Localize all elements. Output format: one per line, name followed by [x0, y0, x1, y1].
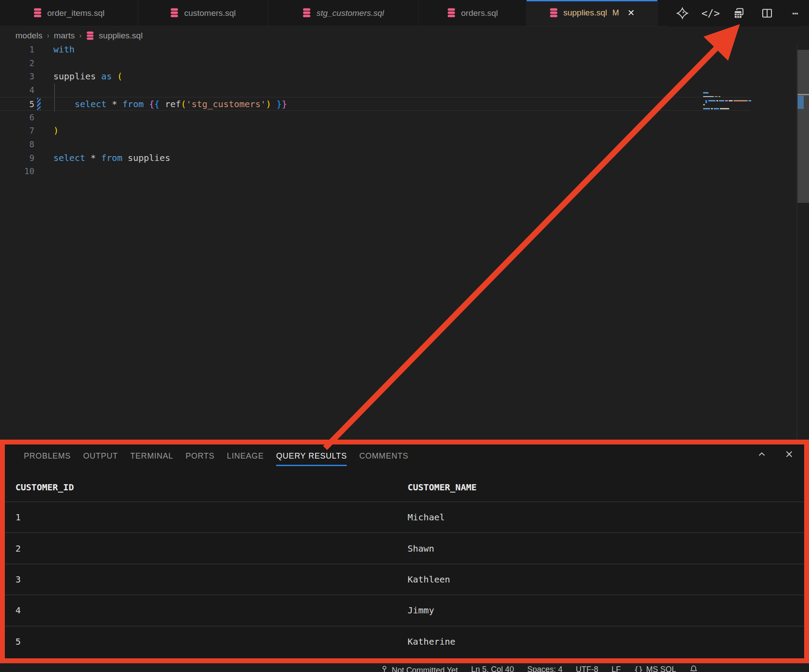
table-cell: 1	[5, 512, 408, 523]
code-line-6[interactable]: 6	[0, 111, 750, 124]
table-header-row: CUSTOMER_IDCUSTOMER_NAME	[5, 473, 804, 501]
line-number: 9	[0, 151, 34, 165]
close-panel-icon[interactable]	[783, 448, 796, 461]
line-number: 7	[0, 124, 34, 138]
table-cell: 2	[5, 543, 408, 554]
code-token: {	[149, 99, 154, 109]
code-token	[160, 99, 165, 109]
code-token	[117, 99, 123, 109]
status-indentation[interactable]: Spaces: 4	[527, 665, 562, 672]
breadcrumb-folder[interactable]: models	[15, 31, 42, 41]
code-text: select * from {{ ref('stg_customers') }}	[53, 97, 287, 110]
table-cell: Jimmy	[408, 605, 434, 616]
code-text: select * from supplies	[53, 151, 170, 165]
status-items: Not Committed YetLn 5, Col 40Spaces: 4UT…	[380, 665, 698, 672]
collapse-panel-icon[interactable]	[755, 448, 768, 461]
overview-ruler-line	[798, 94, 809, 95]
code-line-1[interactable]: 1with	[0, 43, 750, 56]
code-text: )	[53, 124, 59, 138]
panel-tab-terminal[interactable]: TERMINAL	[124, 445, 179, 468]
table-row[interactable]: 2Shawn	[5, 532, 804, 563]
code-line-10[interactable]: 10	[0, 164, 750, 178]
tab-stg_customers-sql[interactable]: stg_customers.sql	[268, 0, 419, 26]
code-line-8[interactable]: 8	[0, 138, 750, 151]
split-editor-icon[interactable]	[760, 7, 774, 20]
database-icon	[86, 31, 94, 41]
code-line-9[interactable]: 9select * from supplies	[0, 151, 750, 165]
column-header[interactable]: CUSTOMER_ID	[5, 482, 408, 493]
status-git-status[interactable]: Not Committed Yet	[380, 665, 458, 672]
line-number: 2	[0, 56, 34, 70]
tab-orders-sql[interactable]: orders.sql	[419, 0, 527, 26]
code-editor[interactable]: 1with23supplies as (45 select * from {{ …	[0, 44, 809, 440]
status-notifications[interactable]	[689, 665, 698, 672]
git-modified-badge: M	[612, 8, 619, 18]
editor-scrollbar[interactable]	[798, 50, 809, 203]
code-token	[96, 153, 101, 163]
more-actions-icon[interactable]: ⋯	[789, 7, 802, 20]
query-results-table-icon[interactable]	[732, 7, 745, 20]
panel-tab-lineage[interactable]: LINEAGE	[221, 445, 270, 468]
table-row[interactable]: 3Kathleen	[5, 564, 804, 594]
table-row[interactable]: 1Michael	[5, 501, 804, 532]
line-number: 1	[0, 43, 34, 56]
code-preview-icon[interactable]: </>	[704, 7, 717, 20]
line-number: 8	[0, 138, 34, 151]
code-token	[53, 99, 75, 109]
status-encoding[interactable]: UTF-8	[576, 665, 598, 672]
database-icon	[33, 8, 42, 18]
breadcrumb-separator: ›	[79, 31, 82, 40]
line-number: 6	[0, 111, 34, 124]
status-cursor-position[interactable]: Ln 5, Col 40	[471, 665, 514, 672]
code-line-7[interactable]: 7)	[0, 124, 750, 138]
breadcrumb-file[interactable]: supplies.sql	[99, 31, 142, 41]
tab-order_items-sql[interactable]: order_items.sql	[0, 0, 138, 26]
status-label: UTF-8	[576, 665, 598, 672]
status-label: Not Committed Yet	[392, 666, 458, 672]
code-text: supplies as (	[53, 70, 123, 83]
panel-tab-problems[interactable]: PROBLEMS	[18, 445, 77, 468]
panel-tab-output[interactable]: OUTPUT	[77, 445, 124, 468]
code-token: }	[282, 99, 287, 109]
tab-supplies-sql[interactable]: supplies.sqlM✕	[527, 0, 658, 26]
code-token	[123, 153, 128, 163]
code-token: *	[112, 99, 117, 109]
table-cell: 5	[5, 636, 408, 647]
table-cell: Michael	[408, 512, 445, 523]
status-language-mode[interactable]: {}MS SQL	[634, 665, 676, 672]
table-row[interactable]: 5Katherine	[5, 626, 804, 657]
status-label: Ln 5, Col 40	[471, 665, 514, 672]
tab-label: supplies.sql	[563, 8, 607, 18]
column-header[interactable]: CUSTOMER_NAME	[408, 482, 477, 493]
code-token	[106, 99, 112, 109]
code-line-3[interactable]: 3supplies as (	[0, 70, 750, 83]
code-token	[96, 71, 101, 82]
close-tab-icon[interactable]: ✕	[627, 7, 635, 18]
panel-tab-ports[interactable]: PORTS	[180, 445, 221, 468]
status-bar: Not Committed YetLn 5, Col 40Spaces: 4UT…	[0, 663, 809, 672]
code-token: (	[117, 71, 123, 82]
table-cell: Kathleen	[408, 574, 450, 585]
breadcrumb-folder[interactable]: marts	[54, 31, 75, 41]
tab-customers-sql[interactable]: customers.sql	[138, 0, 268, 26]
gutter-modified-marker	[37, 98, 41, 110]
tab-label: orders.sql	[461, 8, 498, 18]
vscode-window: order_items.sqlcustomers.sqlstg_customer…	[0, 0, 809, 672]
panel-tab-query-results[interactable]: QUERY RESULTS	[270, 445, 353, 468]
panel-tab-comments[interactable]: COMMENTS	[353, 445, 414, 468]
database-icon	[170, 8, 179, 18]
database-icon	[447, 8, 456, 18]
code-line-2[interactable]: 2	[0, 56, 750, 70]
code-token: (	[181, 99, 186, 109]
code-token: select	[75, 99, 106, 109]
dbt-icon[interactable]	[676, 7, 689, 20]
code-line-5[interactable]: 5 select * from {{ ref('stg_customers') …	[0, 97, 750, 111]
breadcrumb[interactable]: models›marts›supplies.sql	[15, 27, 142, 44]
code-token: )	[53, 125, 59, 136]
status-label: LF	[611, 665, 621, 672]
code-token: from	[101, 153, 122, 163]
table-row[interactable]: 4Jimmy	[5, 594, 804, 625]
code-line-4[interactable]: 4	[0, 83, 750, 97]
status-eol-sequence[interactable]: LF	[611, 665, 621, 672]
git-commit-icon	[380, 665, 389, 672]
